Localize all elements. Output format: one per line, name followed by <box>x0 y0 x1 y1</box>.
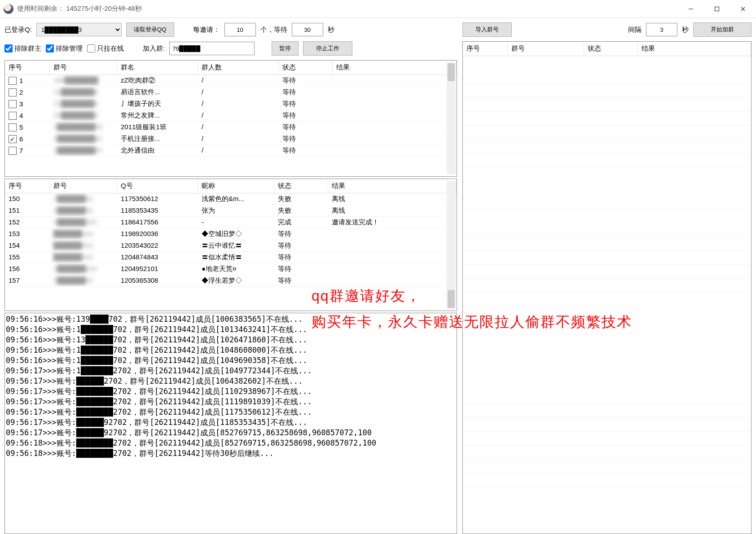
exclude-admin-checkbox[interactable]: 排除管理 <box>46 44 83 53</box>
import-groups-button[interactable]: 导入群号 <box>462 22 512 37</box>
table-row <box>463 56 751 70</box>
table-row <box>463 181 751 195</box>
per-invite-label: 每邀请： <box>193 26 220 34</box>
table-row[interactable]: 1502██████421175350612浅紫色的&m...失败离线 <box>5 193 457 205</box>
interval-input[interactable] <box>646 23 677 36</box>
svg-rect-1 <box>715 7 719 11</box>
table-row[interactable]: 210███████8易语言软件.../等待 <box>5 87 457 98</box>
log-line: 09:56:17>>>账号:████████2702，群号[262119442]… <box>6 397 456 407</box>
read-login-button[interactable]: 读取登录QQ <box>126 22 174 37</box>
row-checkbox[interactable] <box>9 100 17 108</box>
log-line: 09:56:18>>>账号:████████2702，群号[262119442]… <box>6 448 456 459</box>
table-row <box>463 140 751 153</box>
right-toolbar: 导入群号 间隔 秒 开始加群 <box>462 22 752 37</box>
col-status: 状态 <box>584 42 638 56</box>
groups-table-header: 序号 群号 群名 群人数 状态 结果 <box>5 61 457 75</box>
col-seq: 序号 <box>5 61 50 74</box>
log-line: 09:56:17>>>账号:██████2702，群号[262119442]成员… <box>6 376 456 386</box>
row-checkbox[interactable] <box>9 147 17 155</box>
table-row[interactable]: 72████████01北外通信由/等待 <box>5 145 457 157</box>
table-row <box>463 515 751 529</box>
table-row <box>463 265 751 279</box>
table-row <box>463 70 751 84</box>
account-combo[interactable]: 1████████3 <box>36 23 122 36</box>
exclude-owner-checkbox[interactable]: 排除群主 <box>4 44 41 53</box>
table-row[interactable]: 153██████4421198920036◆空城旧梦◇等待 <box>5 228 457 240</box>
table-row <box>463 376 751 390</box>
table-row[interactable]: 321███████0丿壞孩子的天/等待 <box>5 98 457 110</box>
join-queue-header: 序号 群号 状态 结果 <box>463 42 751 56</box>
log-line: 09:56:17>>>账号:██████92702，群号[262119442]成… <box>6 417 456 428</box>
col-status: 状态 <box>279 61 333 74</box>
groups-table: 序号 群号 群名 群人数 状态 结果 1186███████zZ吃肉群②/等待2… <box>4 60 457 177</box>
join-group-input[interactable] <box>169 42 255 55</box>
table-row <box>463 223 751 237</box>
members-table-header: 序号 群号 Q号 昵称 状态 结果 <box>5 179 457 193</box>
window-titlebar: 使用时间剩余： 145275小时-20分钟-48秒 <box>0 0 756 18</box>
table-row <box>463 126 751 140</box>
wait-unit: 秒 <box>328 26 334 34</box>
table-row[interactable]: 154██████4421203543022〓云中谁忆〓等待 <box>5 240 457 252</box>
log-panel[interactable]: 09:56:16>>>账号:139████702，群号[262119442]成员… <box>4 313 457 534</box>
col-status: 状态 <box>274 179 328 193</box>
interval-sec: 秒 <box>682 26 689 34</box>
log-line: 09:56:17>>>账号:████████2702，群号[262119442]… <box>6 407 456 417</box>
watermark-overlay: qq群邀请好友， 购买年卡，永久卡赠送无限拉人偷群不频繁技术 <box>312 283 632 335</box>
col-groupno: 群号 <box>50 61 117 74</box>
table-row[interactable]: 1186███████zZ吃肉群②/等待 <box>5 75 457 87</box>
window-maximize-button[interactable] <box>704 0 730 18</box>
window-close-button[interactable] <box>730 0 756 18</box>
table-row[interactable]: 62████████42手机注册接.../等待 <box>5 133 457 145</box>
col-result: 结果 <box>328 179 457 193</box>
col-groupno: 群号 <box>508 42 584 56</box>
only-online-checkbox[interactable]: 只拉在线 <box>87 44 124 53</box>
col-result: 结果 <box>333 61 457 74</box>
app-avatar-icon <box>4 4 13 14</box>
per-invite-input[interactable] <box>224 23 256 36</box>
table-row <box>463 390 751 404</box>
scrollbar[interactable] <box>447 62 456 175</box>
table-row <box>463 348 751 362</box>
table-row <box>463 153 751 167</box>
log-line: 09:56:16>>>账号:13██████702，群号[262119442]成… <box>6 335 456 345</box>
table-row <box>463 98 751 112</box>
log-line: 09:56:17>>>账号:1███████2702，群号[262119442]… <box>6 366 456 376</box>
table-row <box>463 251 751 265</box>
table-row[interactable]: 1512██████421185353435张为失败离线 <box>5 205 457 217</box>
table-row[interactable]: 1522██████4421186417556-完成邀请发送完成！ <box>5 217 457 228</box>
log-line: 09:56:16>>>账号:1███████702，群号[262119442]成… <box>6 355 456 366</box>
start-join-button[interactable]: 开始加群 <box>693 22 752 37</box>
table-row[interactable]: 155██████4421204874843〓似水柔情〓等待 <box>5 252 457 263</box>
col-seq: 序号 <box>463 42 508 56</box>
col-groupname: 群名 <box>117 61 198 74</box>
interval-label: 间隔 <box>628 26 642 34</box>
table-row[interactable]: 52████████932011级服装1班/等待 <box>5 122 457 133</box>
table-row <box>463 404 751 418</box>
window-minimize-button[interactable] <box>678 0 704 18</box>
table-row <box>463 84 751 98</box>
table-row[interactable]: 1562██████4421204952101●地老天荒¤等待 <box>5 263 457 275</box>
toolbar-row-1: 已登录Q: 1████████3 读取登录QQ 每邀请： 个，等待 秒 <box>4 22 457 37</box>
wait-input[interactable] <box>292 23 323 36</box>
col-members: 群人数 <box>198 61 279 74</box>
col-groupno: 群号 <box>50 179 117 193</box>
row-checkbox[interactable] <box>9 88 17 96</box>
log-line: 09:56:17>>>账号:████████2702，群号[262119442]… <box>6 386 456 397</box>
stop-button[interactable]: 停止工作 <box>303 41 352 56</box>
table-row <box>463 418 751 432</box>
row-checkbox[interactable] <box>9 135 17 143</box>
row-checkbox[interactable] <box>9 112 17 120</box>
table-row <box>463 432 751 446</box>
pause-button[interactable]: 暂停 <box>272 41 299 56</box>
table-row <box>463 167 751 181</box>
row-checkbox[interactable] <box>9 77 17 85</box>
col-qq: Q号 <box>117 179 198 193</box>
table-row <box>463 487 751 501</box>
row-checkbox[interactable] <box>9 123 17 131</box>
table-row <box>463 112 751 126</box>
log-line: 09:56:16>>>账号:1███████702，群号[262119442]成… <box>6 345 456 355</box>
table-row <box>463 237 751 251</box>
table-row[interactable]: 426███████6常州之友牌.../等待 <box>5 110 457 122</box>
col-nick: 昵称 <box>198 179 274 193</box>
logged-in-label: 已登录Q: <box>4 26 32 34</box>
